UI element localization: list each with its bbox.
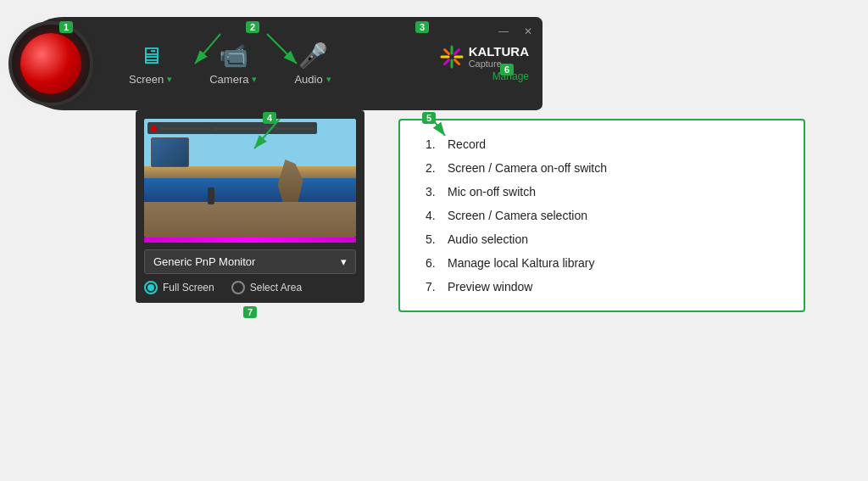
list-item: 2. Screen / Camera on-off switch [426, 161, 778, 175]
monitor-selector[interactable]: Generic PnP Monitor ▾ [144, 249, 356, 274]
item-num: 2. [426, 161, 442, 175]
screen-chevron: ▾ [167, 74, 172, 85]
main-container: — ✕ 🖥 Screen ▾ 📹 Camera ▾ 🎤 [17, 17, 848, 467]
list-item: 4. Screen / Camera selection [426, 209, 778, 222]
svg-line-5 [454, 60, 459, 64]
full-screen-option[interactable]: Full Screen [144, 281, 214, 294]
badge-7: 7 [243, 306, 257, 318]
badge-6: 6 [500, 64, 514, 76]
screen-icon: 🖥 [139, 42, 163, 70]
svg-line-6 [454, 50, 459, 54]
record-button-wrap [8, 21, 93, 106]
camera-label: Camera ▾ [209, 73, 257, 86]
badge-5: 5 [422, 112, 436, 124]
item-text: Screen / Camera on-off switch [448, 161, 607, 175]
svg-line-4 [444, 50, 448, 54]
preview-person [208, 187, 214, 204]
monitor-chevron: ▾ [341, 255, 347, 268]
screen-control[interactable]: 🖥 Screen ▾ [110, 42, 191, 86]
preview-mini-bar [160, 127, 209, 130]
item-text: Manage local Kaltura library [448, 256, 595, 270]
item-num: 5. [426, 232, 442, 246]
camera-control[interactable]: 📹 Camera ▾ [191, 42, 275, 86]
full-screen-radio[interactable] [144, 281, 158, 294]
preview-magenta-bar [144, 238, 356, 243]
minimize-button[interactable]: — [495, 24, 512, 39]
item-num: 6. [426, 256, 442, 270]
preview-mini-toolbar [147, 122, 317, 134]
brand-logo: KALTURA Capture [440, 45, 529, 70]
item-text: Record [448, 137, 486, 151]
camera-icon: 📹 [219, 42, 248, 70]
camera-chevron: ▾ [252, 74, 257, 85]
preview-cam-mini [151, 137, 189, 167]
preview-panel: 7 Generic PnP Monitor ▾ Full Screen Sele… [136, 110, 364, 303]
close-button[interactable]: ✕ [520, 24, 536, 39]
toolbar: — ✕ 🖥 Screen ▾ 📹 Camera ▾ 🎤 [17, 17, 542, 110]
list-item: 5. Audio selection [426, 232, 778, 246]
item-text: Screen / Camera selection [448, 209, 587, 222]
kaltura-icon [440, 45, 464, 69]
list-item: 3. Mic on-off switch [426, 185, 778, 199]
item-num: 3. [426, 185, 442, 199]
svg-line-7 [444, 60, 448, 64]
preview-mini-bar3 [264, 127, 314, 130]
info-list: 1. Record 2. Screen / Camera on-off swit… [426, 137, 778, 294]
item-num: 7. [426, 280, 442, 294]
list-item: 1. Record [426, 137, 778, 151]
list-item: 6. Manage local Kaltura library [426, 256, 778, 270]
item-num: 4. [426, 209, 442, 222]
brand-name: KALTURA Capture [469, 45, 529, 70]
badge-1: 1 [59, 21, 73, 33]
preview-mini-bar2 [213, 127, 262, 130]
select-area-option[interactable]: Select Area [231, 281, 302, 294]
audio-chevron: ▾ [326, 74, 331, 85]
item-text: Preview window [448, 280, 532, 294]
list-item: 7. Preview window [426, 280, 778, 294]
full-screen-label: Full Screen [163, 282, 214, 294]
select-area-radio[interactable] [231, 281, 245, 294]
preview-image [144, 119, 356, 238]
badge-3: 3 [415, 21, 429, 33]
window-controls: — ✕ [495, 24, 536, 39]
monitor-label: Generic PnP Monitor [153, 255, 255, 268]
preview-rec-dot [151, 126, 157, 131]
toolbar-controls: 🖥 Screen ▾ 📹 Camera ▾ 🎤 Audio ▾ [110, 42, 529, 86]
audio-control[interactable]: 🎤 Audio ▾ [275, 42, 349, 86]
preview-options: Full Screen Select Area [144, 281, 356, 294]
info-panel: 1. Record 2. Screen / Camera on-off swit… [398, 119, 805, 312]
brand-section: KALTURA Capture Manage [431, 45, 529, 83]
preview-rock [278, 159, 303, 202]
item-text: Mic on-off switch [448, 185, 536, 199]
brand-kaltura-text: KALTURA [469, 45, 529, 59]
brand-capture-text: Capture [469, 59, 529, 69]
badge-2: 2 [246, 21, 259, 33]
radio-inner [147, 284, 154, 291]
select-area-label: Select Area [250, 282, 302, 294]
badge-4: 4 [263, 112, 276, 124]
item-text: Audio selection [448, 232, 528, 246]
record-button[interactable] [20, 33, 81, 94]
screen-label: Screen ▾ [129, 73, 172, 86]
item-num: 1. [426, 137, 442, 151]
audio-label: Audio ▾ [294, 73, 331, 86]
mic-icon: 🎤 [298, 42, 328, 70]
